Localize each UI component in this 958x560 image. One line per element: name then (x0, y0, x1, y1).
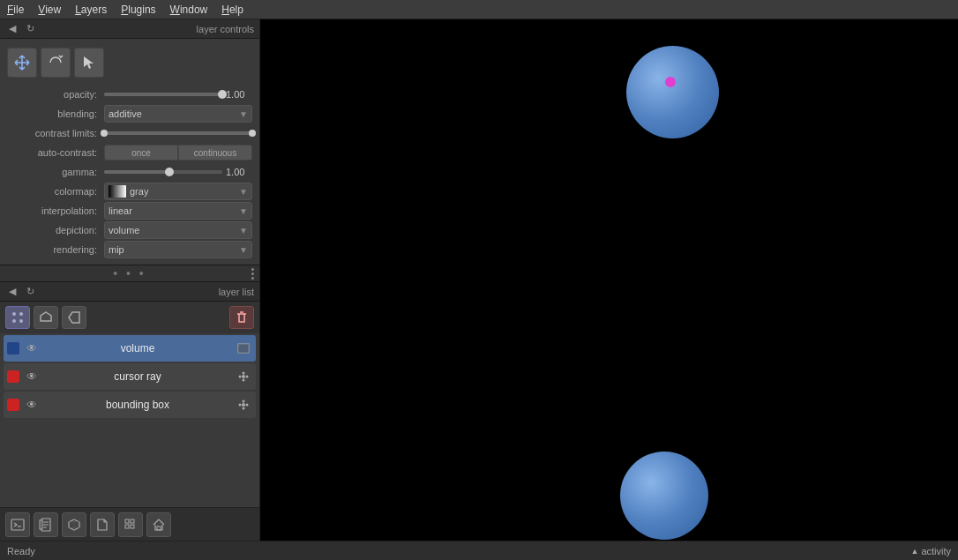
bounding-box-layer-name: bounding box (41, 399, 235, 411)
svg-point-1 (12, 312, 16, 316)
bounding-box-eye-icon[interactable]: 👁 (23, 396, 41, 414)
autocontrast-toggle: once continuous (104, 145, 252, 161)
rotate-transform-btn[interactable] (41, 48, 71, 78)
statusbar: Ready ▲ activity (0, 541, 958, 560)
volume-color (7, 342, 19, 355)
volume-layer-name: volume (41, 342, 235, 355)
colormap-swatch (109, 185, 126, 198)
bounding-box-color (7, 399, 19, 411)
activity-label: activity (921, 546, 951, 556)
svg-point-13 (242, 403, 245, 407)
opacity-row: opacity: 1.00 (0, 85, 259, 104)
svg-point-17 (243, 407, 245, 410)
move-transform-btn[interactable] (7, 48, 37, 78)
layer-item-cursor-ray[interactable]: 👁 cursor ray (4, 363, 256, 390)
home-btn[interactable] (146, 512, 171, 537)
activity-arrow-icon: ▲ (910, 547, 918, 556)
layer-controls-header: ◀ ↻ layer controls (0, 19, 259, 39)
points-tool-btn[interactable] (5, 306, 30, 329)
colormap-row: colormap: gray ▼ (0, 182, 259, 201)
opacity-label: opacity: (7, 89, 104, 100)
contrast-slider[interactable] (104, 127, 252, 139)
blending-value: additive (109, 108, 239, 119)
gamma-value: 1.00 (226, 167, 252, 177)
gamma-label: gamma: (7, 167, 104, 177)
svg-point-15 (246, 404, 249, 407)
autocontrast-row: auto-contrast: once continuous (0, 143, 259, 162)
gamma-row: gamma: 1.00 (0, 162, 259, 182)
layer-list-section: ◀ ↻ layer list (0, 282, 259, 507)
delete-layer-btn[interactable] (229, 306, 254, 329)
autocontrast-once-btn[interactable]: once (104, 145, 178, 161)
depiction-dropdown[interactable]: volume ▼ (104, 221, 252, 239)
volume-eye-icon[interactable]: 👁 (23, 340, 41, 357)
rendering-row: rendering: mip ▼ (0, 240, 259, 259)
terminal-btn[interactable] (5, 512, 30, 537)
notebook-btn[interactable] (34, 512, 58, 537)
activity-button[interactable]: ▲ activity (910, 546, 951, 556)
menu-layers[interactable]: Layers (68, 2, 114, 18)
cursor-ray-layer-icon (235, 368, 252, 385)
cursor-ray-layer-name: cursor ray (41, 370, 235, 383)
layer-item-bounding-box[interactable]: 👁 bounding box (4, 392, 256, 418)
svg-rect-7 (238, 344, 249, 353)
gamma-slider[interactable] (104, 166, 222, 178)
svg-point-14 (239, 404, 242, 407)
menu-plugins[interactable]: Plugins (114, 2, 162, 18)
svg-point-9 (239, 376, 242, 378)
layer-item-volume[interactable]: 👁 volume (4, 335, 256, 362)
autocontrast-continuous-btn[interactable]: continuous (178, 145, 252, 161)
panel-divider[interactable]: • • • (0, 265, 259, 282)
left-panel: ◀ ↻ layer controls (0, 19, 260, 541)
blending-dropdown[interactable]: additive ▼ (104, 105, 252, 123)
opacity-slider[interactable] (104, 88, 222, 101)
svg-rect-25 (131, 525, 134, 528)
svg-rect-20 (40, 520, 42, 529)
contrast-row: contrast limits: (0, 123, 259, 143)
refresh-icon[interactable]: ↻ (23, 22, 37, 36)
svg-point-4 (19, 319, 23, 323)
rendering-dropdown[interactable]: mip ▼ (104, 241, 252, 258)
select-transform-btn[interactable] (74, 48, 104, 78)
canvas-area[interactable] (260, 19, 958, 541)
layer-list-collapse-icon[interactable]: ◀ (5, 285, 19, 299)
rendering-label: rendering: (7, 244, 104, 255)
menu-file[interactable]: File (0, 2, 31, 18)
interpolation-label: interpolation: (7, 205, 104, 216)
status-text: Ready (7, 546, 910, 556)
circle-top-left (626, 46, 719, 138)
transform-buttons (0, 44, 259, 85)
interpolation-arrow-icon: ▼ (239, 206, 248, 216)
blending-arrow-icon: ▼ (239, 109, 248, 119)
interpolation-value: linear (109, 205, 239, 216)
cursor-ray-eye-icon[interactable]: 👁 (23, 368, 41, 385)
colormap-label: colormap: (7, 186, 104, 197)
label-tool-btn[interactable] (62, 306, 86, 329)
svg-marker-0 (84, 56, 94, 69)
controls-body: opacity: 1.00 blending: additive ▼ (0, 39, 259, 265)
blending-row: blending: additive ▼ (0, 104, 259, 123)
opacity-value: 1.00 (226, 89, 252, 100)
cube-btn[interactable] (62, 512, 86, 537)
colormap-dropdown[interactable]: gray ▼ (104, 183, 252, 200)
menu-window[interactable]: Window (163, 2, 215, 18)
depiction-label: depiction: (7, 225, 104, 235)
layer-list-refresh-icon[interactable]: ↻ (23, 285, 37, 299)
svg-marker-5 (41, 312, 51, 321)
depiction-arrow-icon: ▼ (239, 226, 248, 235)
menubar: File View Layers Plugins Window Help (0, 0, 958, 19)
menu-help[interactable]: Help (214, 2, 251, 18)
collapse-left-icon[interactable]: ◀ (5, 22, 19, 36)
polygon-tool-btn[interactable] (34, 306, 58, 329)
svg-point-11 (243, 372, 245, 375)
interpolation-dropdown[interactable]: linear ▼ (104, 202, 252, 220)
bottom-toolbar (0, 507, 259, 541)
layers-container: 👁 volume 👁 cursor ray (0, 333, 259, 507)
bounding-box-layer-icon (235, 396, 252, 414)
menu-view[interactable]: View (31, 2, 68, 18)
colormap-value: gray (130, 186, 239, 197)
panel-handle[interactable] (251, 268, 254, 280)
file-btn[interactable] (90, 512, 115, 537)
grid-btn[interactable] (118, 512, 143, 537)
svg-point-8 (242, 375, 245, 378)
